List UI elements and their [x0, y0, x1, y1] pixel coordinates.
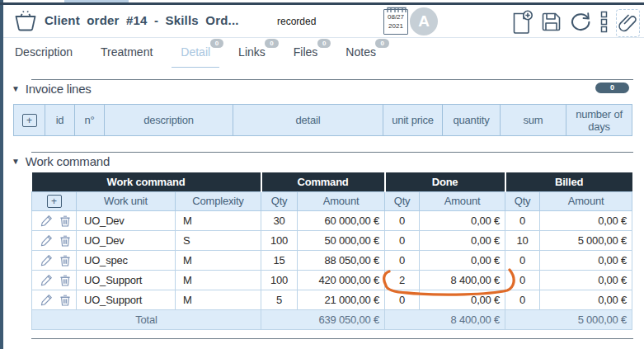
- cmd-amount-cell: 60 000,00 €: [298, 210, 385, 230]
- delete-icon[interactable]: [59, 274, 71, 286]
- billed-amount-cell: 0,00 €: [540, 290, 632, 309]
- edit-icon[interactable]: [40, 294, 53, 306]
- calendar-date-month-day: 08/27: [384, 13, 407, 22]
- billed-amount-cell: 0,00 €: [540, 210, 632, 230]
- col-cmd-qty: Qty: [261, 191, 298, 210]
- tab-bar: Description Treatment Detail0 Links0 Fil…: [15, 45, 376, 70]
- app-header: Client order #14 - Skills Ord... recorde…: [3, 5, 644, 37]
- header-toolbar: [511, 9, 640, 37]
- total-done-amount: 8 400,00 €: [385, 309, 505, 329]
- paperclip-icon[interactable]: [616, 9, 640, 37]
- work-row: UO_SupportM521 000,00 €00,00 €00,00 €: [32, 290, 632, 309]
- billed-qty-cell: 0: [505, 290, 540, 309]
- tab-files[interactable]: Files0: [294, 45, 318, 70]
- col-number: n°: [75, 105, 105, 136]
- group-command: Command: [261, 172, 385, 191]
- col-done-qty: Qty: [385, 191, 420, 210]
- save-icon[interactable]: [541, 12, 562, 35]
- invoice-header-row: + id n° description detail unit price qu…: [14, 105, 632, 136]
- work-total-row: Total 639 050,00 € 8 400,00 € 5 000,00 €: [32, 309, 632, 329]
- invoice-count-badge: 0: [595, 83, 629, 93]
- row-actions: [32, 210, 77, 230]
- collapse-triangle-icon[interactable]: ▼: [12, 157, 20, 166]
- tab-files-badge: 0: [317, 39, 331, 48]
- total-label: Total: [32, 309, 261, 329]
- billed-amount-cell: 5 000,00 €: [540, 230, 632, 250]
- col-description: description: [105, 105, 233, 136]
- tab-description[interactable]: Description: [15, 45, 73, 70]
- done-amount-cell: 0,00 €: [420, 290, 505, 309]
- edit-icon[interactable]: [40, 215, 53, 227]
- complexity-cell: M: [176, 290, 261, 309]
- group-billed: Billed: [505, 172, 632, 191]
- work-group-header-row: Work command Command Done Billed: [32, 172, 632, 191]
- invoice-section-header[interactable]: ▼ Invoice lines: [12, 82, 92, 96]
- calendar-date-icon[interactable]: 08/27 2021: [383, 9, 408, 35]
- kebab-menu-icon[interactable]: [599, 11, 609, 36]
- done-qty-cell: 0: [385, 250, 420, 270]
- work-row: UO_SupportM100420 000,00 €28 400,00 €00,…: [32, 270, 632, 290]
- work-section-rule: [31, 152, 633, 153]
- cmd-qty-cell: 100: [261, 270, 298, 290]
- basket-icon: [13, 8, 38, 36]
- avatar[interactable]: A: [410, 7, 438, 35]
- col-work-unit: Work unit: [77, 191, 176, 210]
- col-number-of-days: number of days: [566, 105, 632, 136]
- invoice-add-button[interactable]: +: [22, 114, 37, 127]
- row-actions: [32, 250, 77, 270]
- billed-amount-cell: 0,00 €: [540, 270, 632, 290]
- done-qty-cell: 0: [385, 210, 420, 230]
- work-row: UO_DevM3060 000,00 €00,00 €00,00 €: [32, 210, 632, 230]
- cmd-qty-cell: 100: [261, 230, 298, 250]
- col-unit-price: unit price: [383, 105, 443, 136]
- work-subheader-row: + Work unit Complexity Qty Amount Qty Am…: [32, 191, 632, 210]
- header-separator: [3, 37, 644, 38]
- done-amount-cell: 0,00 €: [420, 230, 505, 250]
- refresh-icon[interactable]: [569, 11, 592, 36]
- cmd-amount-cell: 21 000,00 €: [298, 290, 385, 309]
- col-quantity: quantity: [443, 105, 501, 136]
- cmd-qty-cell: 5: [261, 290, 298, 309]
- delete-icon[interactable]: [59, 215, 71, 227]
- col-sum: sum: [501, 105, 566, 136]
- done-amount-cell: 0,00 €: [420, 250, 505, 270]
- group-done: Done: [385, 172, 505, 191]
- delete-icon[interactable]: [59, 234, 71, 247]
- new-document-icon[interactable]: [511, 10, 534, 37]
- tab-notes[interactable]: Notes0: [346, 45, 376, 70]
- edit-icon[interactable]: [40, 274, 53, 286]
- collapse-triangle-icon[interactable]: ▼: [12, 84, 20, 93]
- bottom-rule: [31, 338, 633, 339]
- cmd-amount-cell: 50 000,00 €: [298, 230, 385, 250]
- tab-detail[interactable]: Detail0: [181, 45, 210, 70]
- row-actions: [32, 270, 77, 290]
- billed-qty-cell: 0: [505, 250, 540, 270]
- tab-detail-badge: 0: [210, 39, 223, 48]
- invoice-section-title: Invoice lines: [26, 82, 92, 96]
- complexity-cell: M: [176, 250, 261, 270]
- edit-icon[interactable]: [40, 254, 53, 266]
- work-unit-cell: UO_Support: [77, 290, 176, 309]
- work-unit-cell: UO_Support: [77, 270, 176, 290]
- tab-treatment[interactable]: Treatment: [101, 45, 153, 70]
- tab-links-badge: 0: [265, 39, 278, 48]
- complexity-cell: M: [176, 270, 261, 290]
- total-billed-amount: 5 000,00 €: [505, 309, 632, 329]
- work-add-button[interactable]: +: [47, 195, 62, 208]
- col-done-amount: Amount: [420, 191, 505, 210]
- invoice-lines-table: + id n° description detail unit price qu…: [13, 104, 632, 136]
- col-cmd-amount: Amount: [298, 191, 385, 210]
- delete-icon[interactable]: [59, 294, 71, 306]
- billed-qty-cell: 10: [505, 230, 540, 250]
- col-complexity: Complexity: [176, 191, 261, 210]
- work-section-header[interactable]: ▼ Work command: [12, 154, 110, 168]
- edit-icon[interactable]: [40, 234, 53, 247]
- done-qty-cell: 0: [385, 290, 420, 309]
- left-accent-bar: [0, 0, 3, 349]
- tab-links[interactable]: Links0: [238, 45, 266, 70]
- work-command-table: Work command Command Done Billed + Work …: [31, 172, 632, 330]
- complexity-cell: S: [176, 230, 261, 250]
- page-title: Client order #14 - Skills Ord...: [45, 13, 239, 27]
- delete-icon[interactable]: [59, 254, 71, 266]
- done-amount-cell: 0,00 €: [420, 210, 505, 230]
